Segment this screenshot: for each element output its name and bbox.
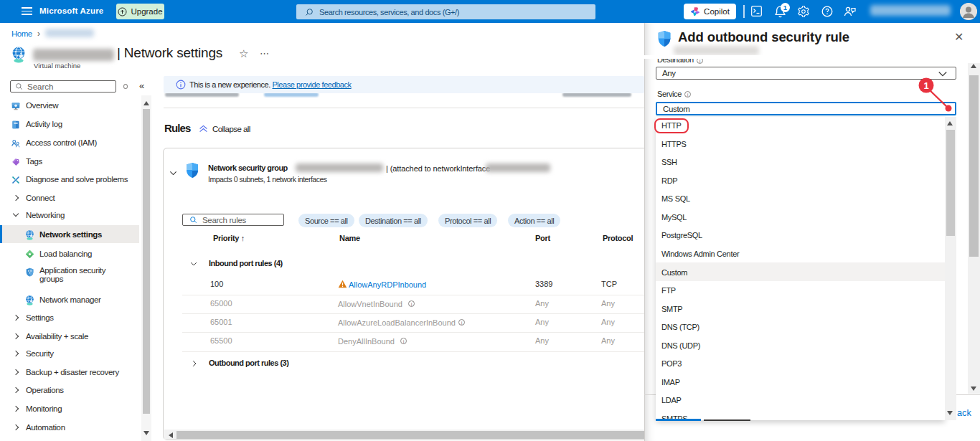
- svg-text:1: 1: [923, 80, 928, 91]
